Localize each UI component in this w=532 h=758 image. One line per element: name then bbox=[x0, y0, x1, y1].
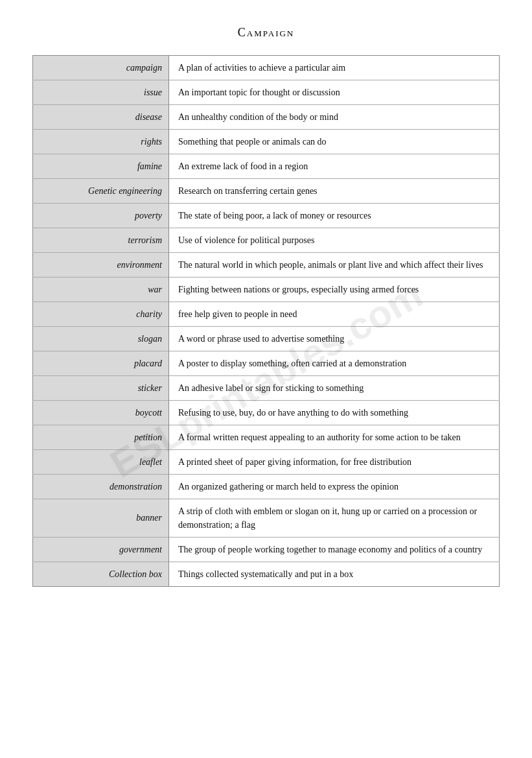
table-row: governmentThe group of people working to… bbox=[33, 538, 500, 562]
definition-cell: Something that people or animals can do bbox=[169, 130, 500, 154]
table-row: placardA poster to display something, of… bbox=[33, 351, 500, 376]
vocabulary-table: campaignA plan of activities to achieve … bbox=[32, 55, 500, 587]
table-row: warFighting between nations or groups, e… bbox=[33, 278, 500, 302]
term-cell: Collection box bbox=[33, 562, 169, 587]
term-cell: disease bbox=[33, 105, 169, 130]
table-row: diseaseAn unhealthy condition of the bod… bbox=[33, 105, 500, 130]
definition-cell: The natural world in which people, anima… bbox=[169, 253, 500, 278]
term-cell: charity bbox=[33, 302, 169, 327]
definition-cell: An important topic for thought or discus… bbox=[169, 80, 500, 105]
table-row: terrorismUse of violence for political p… bbox=[33, 228, 500, 253]
definition-cell: A poster to display something, often car… bbox=[169, 351, 500, 376]
table-row: environmentThe natural world in which pe… bbox=[33, 253, 500, 278]
definition-cell: An extreme lack of food in a region bbox=[169, 154, 500, 179]
term-cell: rights bbox=[33, 130, 169, 154]
term-cell: Genetic engineering bbox=[33, 179, 169, 204]
table-row: charityfree help given to people in need bbox=[33, 302, 500, 327]
term-cell: petition bbox=[33, 425, 169, 450]
definition-cell: A word or phrase used to advertise somet… bbox=[169, 327, 500, 351]
definition-cell: Use of violence for political purposes bbox=[169, 228, 500, 253]
definition-cell: An unhealthy condition of the body or mi… bbox=[169, 105, 500, 130]
term-cell: sticker bbox=[33, 376, 169, 401]
term-cell: boycott bbox=[33, 401, 169, 425]
term-cell: issue bbox=[33, 80, 169, 105]
definition-cell: Fighting between nations or groups, espe… bbox=[169, 278, 500, 302]
table-row: leafletA printed sheet of paper giving i… bbox=[33, 450, 500, 475]
term-cell: leaflet bbox=[33, 450, 169, 475]
term-cell: famine bbox=[33, 154, 169, 179]
table-row: petitionA formal written request appeali… bbox=[33, 425, 500, 450]
definition-cell: Refusing to use, buy, do or have anythin… bbox=[169, 401, 500, 425]
term-cell: placard bbox=[33, 351, 169, 376]
table-row: sloganA word or phrase used to advertise… bbox=[33, 327, 500, 351]
table-row: campaignA plan of activities to achieve … bbox=[33, 56, 500, 80]
definition-cell: free help given to people in need bbox=[169, 302, 500, 327]
definition-cell: Research on transferring certain genes bbox=[169, 179, 500, 204]
term-cell: campaign bbox=[33, 56, 169, 80]
definition-cell: A formal written request appealing to an… bbox=[169, 425, 500, 450]
term-cell: environment bbox=[33, 253, 169, 278]
table-row: stickerAn adhesive label or sign for sti… bbox=[33, 376, 500, 401]
table-row: Genetic engineeringResearch on transferr… bbox=[33, 179, 500, 204]
definition-cell: An adhesive label or sign for sticking t… bbox=[169, 376, 500, 401]
table-row: boycottRefusing to use, buy, do or have … bbox=[33, 401, 500, 425]
definition-cell: The group of people working together to … bbox=[169, 538, 500, 562]
term-cell: poverty bbox=[33, 204, 169, 228]
table-row: demonstrationAn organized gathering or m… bbox=[33, 475, 500, 499]
term-cell: war bbox=[33, 278, 169, 302]
table-row: bannerA strip of cloth with emblem or sl… bbox=[33, 499, 500, 538]
definition-cell: A printed sheet of paper giving informat… bbox=[169, 450, 500, 475]
definition-cell: A strip of cloth with emblem or slogan o… bbox=[169, 499, 500, 538]
definition-cell: The state of being poor, a lack of money… bbox=[169, 204, 500, 228]
table-row: issueAn important topic for thought or d… bbox=[33, 80, 500, 105]
term-cell: banner bbox=[33, 499, 169, 538]
table-row: famineAn extreme lack of food in a regio… bbox=[33, 154, 500, 179]
page-title: Campaign bbox=[32, 26, 500, 40]
term-cell: slogan bbox=[33, 327, 169, 351]
definition-cell: Things collected systematically and put … bbox=[169, 562, 500, 587]
definition-cell: An organized gathering or march held to … bbox=[169, 475, 500, 499]
table-row: povertyThe state of being poor, a lack o… bbox=[33, 204, 500, 228]
table-row: Collection boxThings collected systemati… bbox=[33, 562, 500, 587]
term-cell: government bbox=[33, 538, 169, 562]
term-cell: terrorism bbox=[33, 228, 169, 253]
table-row: rightsSomething that people or animals c… bbox=[33, 130, 500, 154]
definition-cell: A plan of activities to achieve a partic… bbox=[169, 56, 500, 80]
term-cell: demonstration bbox=[33, 475, 169, 499]
